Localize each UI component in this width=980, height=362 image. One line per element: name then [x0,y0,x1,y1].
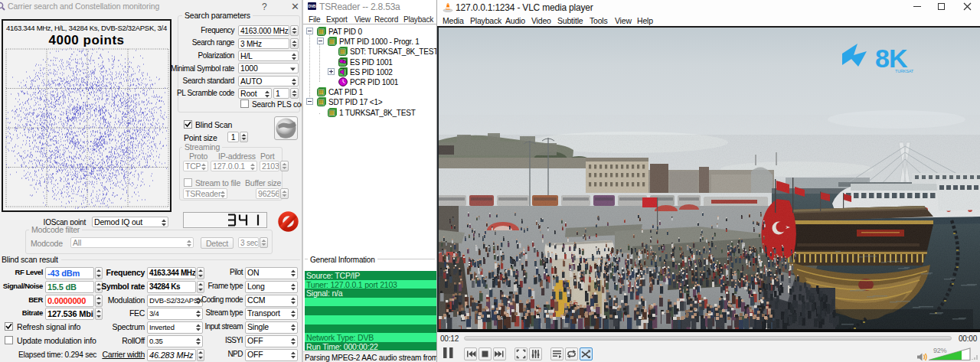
svg-text:TURKSAT: TURKSAT [895,69,914,73]
